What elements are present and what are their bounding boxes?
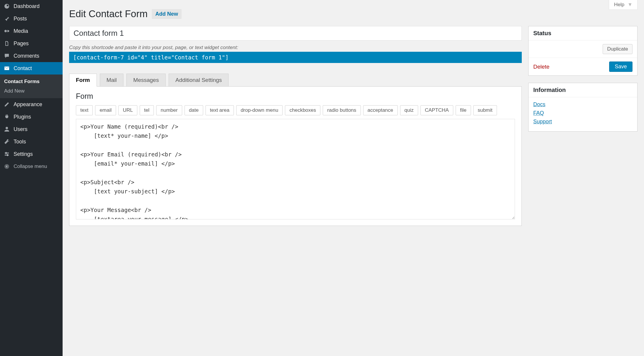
mail-icon (3, 64, 11, 72)
tag-checkboxes-button[interactable]: checkboxes (285, 105, 320, 115)
form-panel: Form text email URL tel number date text… (69, 86, 522, 226)
tag-captcha-button[interactable]: CAPTCHA (420, 105, 453, 115)
sidebar-sub-contact-forms[interactable]: Contact Forms (0, 77, 63, 86)
tag-textarea-button[interactable]: text area (206, 105, 234, 115)
tag-quiz-button[interactable]: quiz (400, 105, 418, 115)
sidebar-item-label: Settings (14, 151, 33, 157)
add-new-button[interactable]: Add New (152, 9, 182, 19)
tag-email-button[interactable]: email (95, 105, 116, 115)
faq-link[interactable]: FAQ (533, 110, 632, 116)
tag-text-button[interactable]: text (76, 105, 93, 115)
docs-link[interactable]: Docs (533, 101, 632, 108)
sidebar-item-plugins[interactable]: Plugins (0, 111, 63, 123)
svg-point-0 (4, 30, 7, 32)
sidebar-item-comments[interactable]: Comments (0, 50, 63, 62)
pages-icon (3, 40, 11, 47)
sidebar-item-appearance[interactable]: Appearance (0, 98, 63, 111)
tab-messages[interactable]: Messages (126, 74, 166, 86)
users-icon (3, 125, 11, 133)
collapse-icon (3, 163, 11, 170)
tag-tel-button[interactable]: tel (140, 105, 154, 115)
tag-radio-button[interactable]: radio buttons (323, 105, 361, 115)
pin-icon (3, 15, 11, 22)
tab-additional-settings[interactable]: Additional Settings (169, 74, 229, 86)
sidebar-item-contact[interactable]: Contact (0, 62, 63, 75)
delete-link[interactable]: Delete (533, 64, 550, 70)
tag-date-button[interactable]: date (185, 105, 203, 115)
sidebar-item-label: Dashboard (14, 3, 40, 9)
shortcode-hint: Copy this shortcode and paste it into yo… (69, 45, 522, 51)
save-button[interactable]: Save (609, 62, 632, 72)
status-meta-box: Status Duplicate Delete Save (528, 26, 638, 76)
admin-sidebar: Dashboard Posts Media Pages Comments Con… (0, 0, 63, 356)
sidebar-item-label: Tools (14, 139, 26, 145)
svg-rect-4 (6, 152, 6, 154)
settings-icon (3, 150, 11, 158)
sidebar-item-users[interactable]: Users (0, 123, 63, 135)
media-icon (3, 27, 11, 35)
form-code-textarea[interactable] (76, 119, 515, 219)
main-content: Help ▼ Edit Contact Form Add New Copy th… (63, 0, 644, 356)
tag-file-button[interactable]: file (456, 105, 471, 115)
dashboard-icon (3, 2, 11, 10)
tab-list: Form Mail Messages Additional Settings (69, 74, 522, 86)
page-title: Edit Contact Form (69, 8, 148, 20)
tab-mail[interactable]: Mail (100, 74, 124, 86)
sidebar-submenu: Contact Forms Add New (0, 75, 63, 98)
sidebar-item-label: Appearance (14, 101, 42, 108)
shortcode-display[interactable]: [contact-form-7 id="4" title="Contact fo… (69, 52, 522, 63)
sidebar-item-label: Comments (14, 53, 39, 59)
sidebar-item-media[interactable]: Media (0, 25, 63, 37)
tag-submit-button[interactable]: submit (473, 105, 497, 115)
sidebar-item-pages[interactable]: Pages (0, 37, 63, 50)
status-title: Status (529, 26, 637, 41)
sidebar-item-dashboard[interactable]: Dashboard (0, 0, 63, 12)
sidebar-item-tools[interactable]: Tools (0, 135, 63, 148)
tools-icon (3, 138, 11, 145)
form-title-input[interactable] (69, 26, 522, 41)
help-label: Help (614, 2, 624, 7)
sidebar-item-posts[interactable]: Posts (0, 12, 63, 25)
comments-icon (3, 52, 11, 60)
information-meta-box: Information Docs FAQ Support (528, 83, 638, 132)
panel-heading: Form (76, 92, 515, 101)
tab-form[interactable]: Form (69, 74, 97, 87)
svg-rect-3 (5, 155, 9, 156)
svg-point-1 (6, 127, 8, 129)
tag-generator-buttons: text email URL tel number date text area… (76, 105, 515, 115)
tag-url-button[interactable]: URL (118, 105, 137, 115)
duplicate-button[interactable]: Duplicate (603, 44, 632, 54)
collapse-menu[interactable]: Collapse menu (0, 160, 63, 173)
sidebar-item-label: Media (14, 28, 28, 34)
information-title: Information (529, 83, 637, 97)
sidebar-item-label: Posts (14, 16, 27, 22)
help-tab[interactable]: Help ▼ (609, 0, 638, 10)
sidebar-sub-add-new[interactable]: Add New (0, 86, 63, 96)
svg-rect-5 (7, 154, 8, 156)
sidebar-item-label: Pages (14, 41, 29, 47)
sidebar-item-label: Contact (14, 65, 32, 72)
tag-acceptance-button[interactable]: acceptance (363, 105, 398, 115)
support-link[interactable]: Support (533, 119, 632, 125)
tag-dropdown-button[interactable]: drop-down menu (236, 105, 283, 115)
sidebar-item-label: Plugins (14, 114, 31, 120)
sidebar-item-settings[interactable]: Settings (0, 148, 63, 160)
chevron-down-icon: ▼ (627, 2, 632, 7)
sidebar-item-label: Users (14, 126, 27, 132)
appearance-icon (3, 101, 11, 108)
collapse-label: Collapse menu (14, 164, 47, 169)
svg-rect-2 (5, 153, 9, 153)
tag-number-button[interactable]: number (156, 105, 182, 115)
plugins-icon (3, 113, 11, 121)
